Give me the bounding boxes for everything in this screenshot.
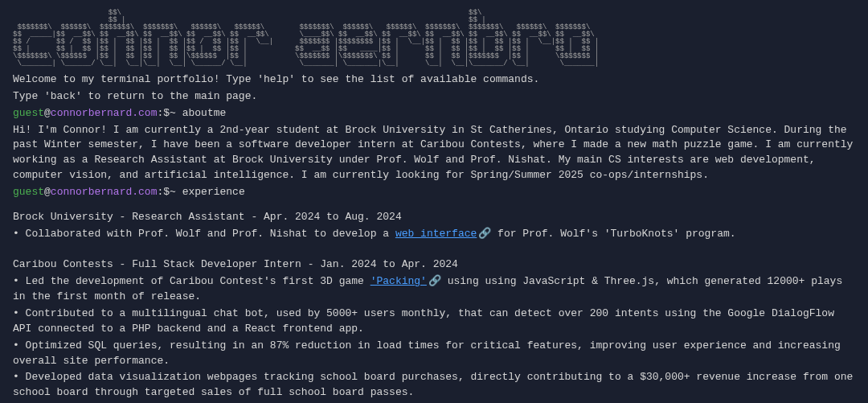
caribou-bullet-4: • Developed data visualization webpages … (13, 370, 855, 401)
command-experience: experience (182, 186, 245, 198)
prompt-dollar: $ (163, 186, 170, 198)
ascii-banner: $$\ $$\ $$ | $$ | $$ (13, 10, 855, 68)
prompt-user: guest (13, 107, 44, 119)
caribou-bullet-2: • Contributed to a multilingual chat bot… (13, 306, 855, 337)
prompt-user: guest (13, 186, 44, 198)
prompt-tilde: ~ (170, 186, 176, 198)
caribou-bullet-1: • Led the development of Caribou Contest… (13, 274, 855, 305)
prompt-line-1: guest@connorbernard.com:$~ aboutme (13, 106, 855, 121)
packing-link[interactable]: 'Packing' (371, 275, 427, 287)
prompt-dollar: $ (163, 107, 170, 119)
command-aboutme: aboutme (182, 107, 227, 119)
brock-bullet-1: • Collaborated with Prof. Wolf and Prof.… (13, 227, 855, 242)
link-icon: 🔗 (428, 275, 441, 287)
welcome-text-2: Type 'back' to return to the main page. (13, 89, 855, 105)
caribou-title: Caribou Contests - Full Stack Developer … (13, 257, 855, 273)
prompt-line-2: guest@connorbernard.com:$~ experience (13, 185, 855, 200)
brock-title: Brock University - Research Assistant - … (13, 210, 855, 225)
aboutme-output: Hi! I'm Connor! I am currently a 2nd-yea… (13, 123, 855, 183)
web-interface-link[interactable]: web interface (395, 228, 477, 240)
prompt-host: connorbernard.com (51, 186, 158, 198)
caribou-bullet-1-prefix: • Led the development of Caribou Contest… (13, 275, 371, 287)
welcome-text-1: Welcome to my terminal portfolio! Type '… (13, 72, 855, 88)
prompt-at: @ (44, 186, 51, 198)
link-icon: 🔗 (478, 228, 491, 240)
prompt-host: connorbernard.com (51, 107, 158, 119)
brock-bullet-1-prefix: • Collaborated with Prof. Wolf and Prof.… (13, 228, 395, 240)
caribou-bullet-3: • Optimized SQL queries, resulting in an… (13, 339, 855, 369)
prompt-tilde: ~ (170, 107, 176, 119)
brock-bullet-1-suffix: for Prof. Wolf's 'TurboKnots' program. (491, 228, 735, 240)
prompt-at: @ (44, 107, 51, 119)
